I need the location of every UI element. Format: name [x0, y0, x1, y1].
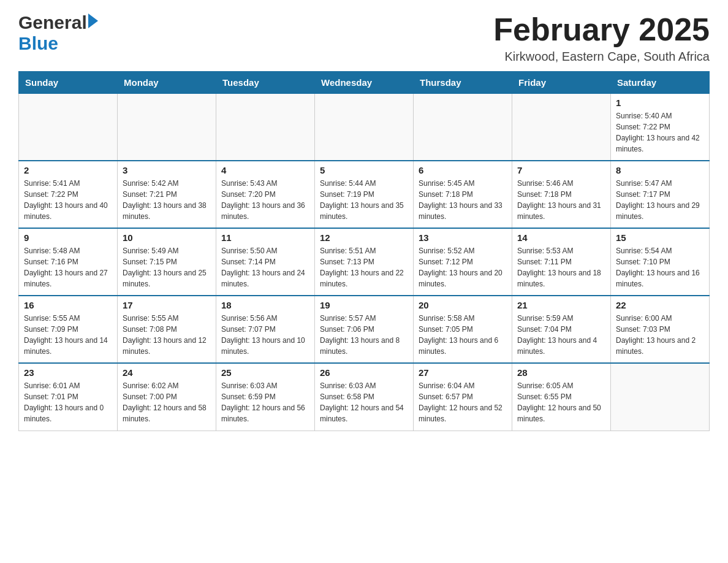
col-wednesday: Wednesday — [315, 72, 414, 93]
table-row: 13Sunrise: 5:52 AMSunset: 7:12 PMDayligh… — [414, 228, 512, 296]
day-info: Sunrise: 5:40 AMSunset: 7:22 PMDaylight:… — [616, 110, 704, 155]
day-number: 27 — [419, 367, 507, 378]
day-number: 8 — [616, 165, 704, 175]
day-info: Sunrise: 5:50 AMSunset: 7:14 PMDaylight:… — [221, 245, 309, 289]
day-info: Sunrise: 5:56 AMSunset: 7:07 PMDaylight:… — [221, 313, 309, 357]
day-number: 23 — [24, 367, 112, 378]
day-number: 3 — [123, 165, 211, 175]
day-info: Sunrise: 5:51 AMSunset: 7:13 PMDaylight:… — [320, 245, 408, 289]
table-row: 20Sunrise: 5:58 AMSunset: 7:05 PMDayligh… — [414, 296, 512, 363]
day-info: Sunrise: 6:00 AMSunset: 7:03 PMDaylight:… — [616, 313, 704, 357]
col-friday: Friday — [512, 72, 611, 93]
table-row: 7Sunrise: 5:46 AMSunset: 7:18 PMDaylight… — [512, 161, 611, 228]
table-row: 1Sunrise: 5:40 AMSunset: 7:22 PMDaylight… — [611, 93, 710, 161]
day-number: 18 — [221, 300, 309, 310]
day-info: Sunrise: 6:04 AMSunset: 6:57 PMDaylight:… — [419, 380, 507, 424]
month-title: February 2025 — [493, 12, 710, 47]
day-info: Sunrise: 5:49 AMSunset: 7:15 PMDaylight:… — [123, 245, 211, 289]
table-row: 26Sunrise: 6:03 AMSunset: 6:58 PMDayligh… — [315, 363, 414, 431]
calendar-week-row: 9Sunrise: 5:48 AMSunset: 7:16 PMDaylight… — [19, 228, 710, 296]
table-row — [512, 93, 611, 161]
table-row — [315, 93, 414, 161]
day-info: Sunrise: 5:52 AMSunset: 7:12 PMDaylight:… — [419, 245, 507, 289]
col-tuesday: Tuesday — [216, 72, 315, 93]
table-row: 2Sunrise: 5:41 AMSunset: 7:22 PMDaylight… — [19, 161, 118, 228]
day-info: Sunrise: 6:02 AMSunset: 7:00 PMDaylight:… — [123, 380, 211, 424]
day-number: 16 — [24, 300, 112, 310]
day-number: 19 — [320, 300, 408, 310]
day-number: 11 — [221, 232, 309, 243]
table-row: 6Sunrise: 5:45 AMSunset: 7:18 PMDaylight… — [414, 161, 512, 228]
day-number: 13 — [419, 232, 507, 243]
day-info: Sunrise: 5:54 AMSunset: 7:10 PMDaylight:… — [616, 245, 704, 289]
table-row: 17Sunrise: 5:55 AMSunset: 7:08 PMDayligh… — [118, 296, 216, 363]
day-info: Sunrise: 5:55 AMSunset: 7:09 PMDaylight:… — [24, 313, 112, 357]
col-monday: Monday — [118, 72, 216, 93]
day-info: Sunrise: 6:05 AMSunset: 6:55 PMDaylight:… — [517, 380, 605, 424]
table-row: 15Sunrise: 5:54 AMSunset: 7:10 PMDayligh… — [611, 228, 710, 296]
day-info: Sunrise: 5:46 AMSunset: 7:18 PMDaylight:… — [517, 178, 605, 222]
table-row — [611, 363, 710, 431]
table-row: 19Sunrise: 5:57 AMSunset: 7:06 PMDayligh… — [315, 296, 414, 363]
table-row: 5Sunrise: 5:44 AMSunset: 7:19 PMDaylight… — [315, 161, 414, 228]
table-row: 18Sunrise: 5:56 AMSunset: 7:07 PMDayligh… — [216, 296, 315, 363]
day-number: 9 — [24, 232, 112, 243]
table-row — [118, 93, 216, 161]
table-row — [414, 93, 512, 161]
day-info: Sunrise: 6:01 AMSunset: 7:01 PMDaylight:… — [24, 380, 112, 424]
day-number: 10 — [123, 232, 211, 243]
day-number: 12 — [320, 232, 408, 243]
table-row: 9Sunrise: 5:48 AMSunset: 7:16 PMDaylight… — [19, 228, 118, 296]
title-area: February 2025 Kirkwood, Eastern Cape, So… — [493, 12, 710, 64]
table-row: 24Sunrise: 6:02 AMSunset: 7:00 PMDayligh… — [118, 363, 216, 431]
col-thursday: Thursday — [414, 72, 512, 93]
day-info: Sunrise: 5:47 AMSunset: 7:17 PMDaylight:… — [616, 178, 704, 222]
day-number: 24 — [123, 367, 211, 378]
logo-arrow-icon — [88, 13, 98, 28]
logo: General Blue — [18, 12, 98, 54]
location-text: Kirkwood, Eastern Cape, South Africa — [493, 50, 710, 64]
day-info: Sunrise: 5:53 AMSunset: 7:11 PMDaylight:… — [517, 245, 605, 289]
table-row: 12Sunrise: 5:51 AMSunset: 7:13 PMDayligh… — [315, 228, 414, 296]
day-info: Sunrise: 5:59 AMSunset: 7:04 PMDaylight:… — [517, 313, 605, 357]
day-info: Sunrise: 6:03 AMSunset: 6:59 PMDaylight:… — [221, 380, 309, 424]
table-row: 27Sunrise: 6:04 AMSunset: 6:57 PMDayligh… — [414, 363, 512, 431]
day-number: 14 — [517, 232, 605, 243]
day-info: Sunrise: 5:48 AMSunset: 7:16 PMDaylight:… — [24, 245, 112, 289]
calendar-week-row: 23Sunrise: 6:01 AMSunset: 7:01 PMDayligh… — [19, 363, 710, 431]
day-info: Sunrise: 5:58 AMSunset: 7:05 PMDaylight:… — [419, 313, 507, 357]
table-row: 25Sunrise: 6:03 AMSunset: 6:59 PMDayligh… — [216, 363, 315, 431]
table-row: 21Sunrise: 5:59 AMSunset: 7:04 PMDayligh… — [512, 296, 611, 363]
calendar-week-row: 1Sunrise: 5:40 AMSunset: 7:22 PMDaylight… — [19, 93, 710, 161]
day-number: 2 — [24, 165, 112, 175]
table-row: 10Sunrise: 5:49 AMSunset: 7:15 PMDayligh… — [118, 228, 216, 296]
table-row: 3Sunrise: 5:42 AMSunset: 7:21 PMDaylight… — [118, 161, 216, 228]
day-number: 25 — [221, 367, 309, 378]
day-info: Sunrise: 6:03 AMSunset: 6:58 PMDaylight:… — [320, 380, 408, 424]
calendar-table: Sunday Monday Tuesday Wednesday Thursday… — [18, 71, 710, 431]
table-row: 14Sunrise: 5:53 AMSunset: 7:11 PMDayligh… — [512, 228, 611, 296]
table-row: 4Sunrise: 5:43 AMSunset: 7:20 PMDaylight… — [216, 161, 315, 228]
table-row: 23Sunrise: 6:01 AMSunset: 7:01 PMDayligh… — [19, 363, 118, 431]
logo-blue-text: Blue — [18, 33, 58, 53]
table-row: 11Sunrise: 5:50 AMSunset: 7:14 PMDayligh… — [216, 228, 315, 296]
page-header: General Blue February 2025 Kirkwood, Eas… — [18, 12, 710, 64]
table-row: 28Sunrise: 6:05 AMSunset: 6:55 PMDayligh… — [512, 363, 611, 431]
col-sunday: Sunday — [19, 72, 118, 93]
table-row — [19, 93, 118, 161]
table-row: 16Sunrise: 5:55 AMSunset: 7:09 PMDayligh… — [19, 296, 118, 363]
day-number: 21 — [517, 300, 605, 310]
day-number: 22 — [616, 300, 704, 310]
day-number: 7 — [517, 165, 605, 175]
day-number: 15 — [616, 232, 704, 243]
day-number: 28 — [517, 367, 605, 378]
day-number: 1 — [616, 98, 704, 108]
day-info: Sunrise: 5:43 AMSunset: 7:20 PMDaylight:… — [221, 178, 309, 222]
day-info: Sunrise: 5:57 AMSunset: 7:06 PMDaylight:… — [320, 313, 408, 357]
day-number: 4 — [221, 165, 309, 175]
day-info: Sunrise: 5:41 AMSunset: 7:22 PMDaylight:… — [24, 178, 112, 222]
day-number: 6 — [419, 165, 507, 175]
day-info: Sunrise: 5:55 AMSunset: 7:08 PMDaylight:… — [123, 313, 211, 357]
calendar-week-row: 2Sunrise: 5:41 AMSunset: 7:22 PMDaylight… — [19, 161, 710, 228]
table-row: 22Sunrise: 6:00 AMSunset: 7:03 PMDayligh… — [611, 296, 710, 363]
